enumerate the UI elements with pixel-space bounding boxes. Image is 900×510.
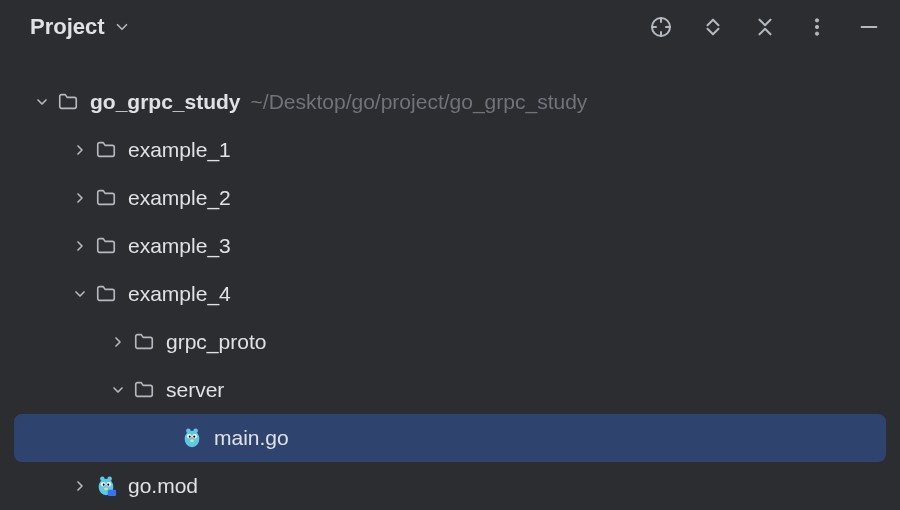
project-header: Project (0, 0, 900, 54)
tree-item-file-selected[interactable]: main.go (14, 414, 886, 462)
chevron-right-icon[interactable] (106, 334, 130, 350)
svg-point-24 (104, 487, 108, 490)
tree-item-folder[interactable]: example_2 (0, 174, 900, 222)
svg-point-15 (193, 436, 195, 438)
folder-icon (130, 331, 158, 353)
tree-item-path: ~/Desktop/go/project/go_grpc_study (251, 90, 588, 114)
svg-point-5 (815, 19, 818, 22)
chevron-down-icon[interactable] (106, 382, 130, 398)
tree-item-label: example_2 (128, 186, 231, 210)
hide-button[interactable] (856, 14, 882, 40)
chevron-down-icon (113, 18, 131, 36)
svg-point-10 (186, 428, 191, 433)
tree-item-label: main.go (214, 426, 289, 450)
svg-point-23 (107, 484, 109, 486)
folder-icon (92, 235, 120, 257)
tree-item-folder[interactable]: example_4 (0, 270, 900, 318)
svg-point-22 (103, 484, 105, 486)
svg-point-16 (190, 439, 194, 442)
svg-point-6 (815, 25, 818, 28)
svg-point-11 (193, 428, 198, 433)
tree-item-folder[interactable]: example_1 (0, 126, 900, 174)
select-opened-file-button[interactable] (648, 14, 674, 40)
svg-rect-25 (108, 490, 116, 496)
project-view-dropdown[interactable]: Project (30, 14, 131, 40)
svg-point-7 (815, 32, 818, 35)
tree-item-label: go_grpc_study (90, 90, 241, 114)
svg-point-14 (189, 436, 191, 438)
panel-title: Project (30, 14, 105, 40)
svg-point-19 (107, 476, 112, 481)
tree-item-folder[interactable]: example_3 (0, 222, 900, 270)
folder-icon (130, 379, 158, 401)
svg-point-18 (100, 476, 105, 481)
chevron-right-icon[interactable] (68, 190, 92, 206)
chevron-down-icon[interactable] (30, 94, 54, 110)
go-file-icon (178, 427, 206, 449)
panel-toolbar (648, 14, 882, 40)
folder-icon (92, 283, 120, 305)
tree-item-folder[interactable]: server (0, 366, 900, 414)
chevron-down-icon[interactable] (68, 286, 92, 302)
project-tree[interactable]: go_grpc_study ~/Desktop/go/project/go_gr… (0, 54, 900, 510)
tree-item-label: grpc_proto (166, 330, 266, 354)
chevron-right-icon[interactable] (68, 238, 92, 254)
folder-icon (92, 139, 120, 161)
folder-icon (54, 91, 82, 113)
svg-point-9 (185, 431, 200, 448)
tree-item-label: example_1 (128, 138, 231, 162)
collapse-all-button[interactable] (752, 14, 778, 40)
tree-item-label: example_4 (128, 282, 231, 306)
expand-all-button[interactable] (700, 14, 726, 40)
folder-icon (92, 187, 120, 209)
chevron-right-icon[interactable] (68, 478, 92, 494)
tree-item-folder[interactable]: grpc_proto (0, 318, 900, 366)
chevron-right-icon[interactable] (68, 142, 92, 158)
tree-item-label: go.mod (128, 474, 198, 498)
tree-item-file[interactable]: go.mod (0, 462, 900, 510)
options-button[interactable] (804, 14, 830, 40)
tree-item-label: example_3 (128, 234, 231, 258)
tree-item-label: server (166, 378, 224, 402)
project-tool-window: Project (0, 0, 900, 510)
go-mod-icon (92, 475, 120, 497)
tree-item-root[interactable]: go_grpc_study ~/Desktop/go/project/go_gr… (0, 78, 900, 126)
